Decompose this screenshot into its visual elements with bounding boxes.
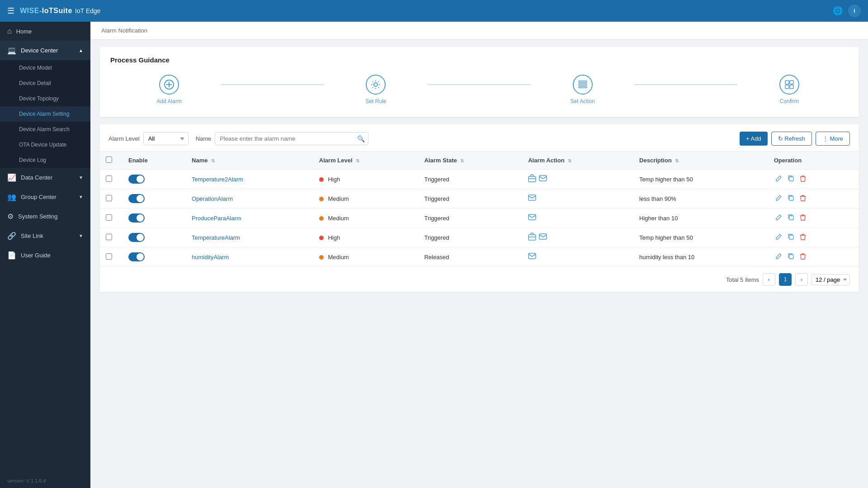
sidebar-item-device-alarm-setting[interactable]: Device Alarm Setting — [0, 106, 90, 122]
sidebar-item-label: Group Center — [21, 194, 74, 200]
page-1-button[interactable]: 1 — [779, 273, 792, 286]
alarm-level-select[interactable]: All High Medium Low — [143, 132, 189, 145]
confirm-label: Confirm — [780, 98, 799, 104]
menu-icon[interactable]: ☰ — [7, 6, 14, 16]
name-cell: ProduceParaAlarm — [185, 208, 313, 228]
th-alarm-state[interactable]: Alarm State ⇅ — [418, 152, 522, 170]
enable-toggle[interactable] — [128, 252, 145, 261]
sidebar-item-device-model[interactable]: Device Model — [0, 60, 90, 76]
sidebar-item-device-log[interactable]: Device Log — [0, 152, 90, 168]
enable-toggle[interactable] — [128, 213, 145, 223]
process-guidance-title: Process Guidance — [99, 56, 859, 71]
row-checkbox[interactable] — [106, 175, 112, 182]
th-name[interactable]: Name ⇅ — [185, 152, 313, 170]
description-cell: less than 90% — [633, 189, 768, 208]
sidebar-item-device-alarm-search[interactable]: Device Alarm Search — [0, 122, 90, 137]
th-description[interactable]: Description ⇅ — [633, 152, 768, 170]
chevron-down-icon: ▼ — [79, 194, 83, 199]
set-rule-icon — [366, 75, 386, 95]
enable-toggle[interactable] — [128, 194, 145, 203]
alarm-level-sort-icon: ⇅ — [356, 158, 359, 163]
email-action-icon[interactable] — [539, 233, 547, 242]
email-action-icon[interactable] — [528, 253, 536, 261]
row-checkbox[interactable] — [106, 253, 112, 260]
copy-button[interactable] — [786, 194, 796, 204]
sidebar-item-group-center[interactable]: 👥 Group Center ▼ — [0, 187, 90, 207]
set-action-icon — [573, 75, 593, 95]
sidebar-item-label: Device Center — [21, 47, 74, 54]
edit-button[interactable] — [774, 174, 783, 184]
sidebar-sub-label: OTA Device Update — [19, 142, 83, 148]
description-cell: humidity less than 10 — [633, 247, 768, 267]
set-action-label: Set Action — [571, 98, 595, 104]
sidebar-item-label: User Guide — [21, 252, 83, 259]
total-items: Total 5 items — [726, 276, 759, 283]
delete-button[interactable] — [798, 232, 807, 242]
sidebar-item-system-setting[interactable]: ⚙ System Setting — [0, 207, 90, 226]
prev-page-button[interactable]: ‹ — [763, 273, 775, 286]
name-cell: TemperatureAlarm — [185, 228, 313, 247]
svg-rect-6 — [579, 86, 587, 88]
level-dot — [319, 177, 324, 182]
sidebar-item-device-center[interactable]: 💻 Device Center ▲ — [0, 41, 90, 60]
sidebar-item-site-link[interactable]: 🔗 Site Link ▼ — [0, 226, 90, 246]
th-alarm-level[interactable]: Alarm Level ⇅ — [313, 152, 418, 170]
more-button[interactable]: ⋮ More — [816, 132, 850, 146]
row-checkbox[interactable] — [106, 195, 112, 201]
device-action-icon[interactable] — [528, 174, 536, 184]
sidebar-item-data-center[interactable]: 📈 Data Center ▼ — [0, 168, 90, 187]
enable-toggle[interactable] — [128, 233, 145, 242]
delete-button[interactable] — [798, 213, 807, 223]
email-action-icon[interactable] — [539, 175, 547, 183]
edit-button[interactable] — [774, 252, 783, 262]
operation-cell — [768, 189, 859, 208]
svg-point-3 — [374, 83, 377, 86]
delete-button[interactable] — [798, 252, 807, 262]
alarm-action-cell — [522, 228, 633, 247]
copy-button[interactable] — [786, 213, 796, 223]
pagination-bar: Total 5 items ‹ 1 › 12 / page 24 / page … — [99, 267, 859, 292]
sidebar-item-user-guide[interactable]: 📄 User Guide — [0, 246, 90, 265]
user-guide-icon: 📄 — [7, 251, 16, 260]
search-icon[interactable]: 🔍 — [357, 135, 365, 142]
enable-toggle[interactable] — [128, 175, 145, 184]
step-set-rule[interactable]: Set Rule — [324, 75, 428, 104]
sidebar-item-ota-device-update[interactable]: OTA Device Update — [0, 137, 90, 152]
edit-button[interactable] — [774, 232, 783, 242]
sidebar-item-device-topology[interactable]: Device Topology — [0, 91, 90, 106]
row-checkbox[interactable] — [106, 214, 112, 221]
step-set-action[interactable]: Set Action — [531, 75, 634, 104]
step-add-alarm[interactable]: Add Alarm — [118, 75, 221, 104]
row-checkbox[interactable] — [106, 234, 112, 240]
alarm-state-cell: Triggered — [418, 189, 522, 208]
copy-button[interactable] — [786, 174, 796, 184]
add-button[interactable]: + Add — [740, 132, 768, 146]
globe-icon[interactable]: 🌐 — [833, 6, 843, 16]
level-dot — [319, 197, 324, 201]
copy-button[interactable] — [786, 232, 796, 242]
sidebar-item-home[interactable]: ⌂ Home — [0, 22, 90, 41]
step-confirm[interactable]: Confirm — [737, 75, 841, 104]
per-page-select[interactable]: 12 / page 24 / page 48 / page — [811, 274, 850, 285]
edit-button[interactable] — [774, 213, 783, 223]
table-body: Temperature2Alarm High Triggered — [99, 170, 859, 267]
delete-button[interactable] — [798, 194, 807, 204]
email-action-icon[interactable] — [528, 214, 536, 222]
refresh-button[interactable]: ↻ Refresh — [771, 132, 812, 146]
name-search-input[interactable] — [215, 132, 368, 145]
user-avatar[interactable]: i — [848, 5, 861, 17]
device-center-icon: 💻 — [7, 46, 16, 55]
th-alarm-action[interactable]: Alarm Action ⇅ — [522, 152, 633, 170]
edit-button[interactable] — [774, 194, 783, 204]
filter-table-card: Alarm Level All High Medium Low Name 🔍 — [99, 124, 859, 292]
sidebar-version: version: V 1.1.6.4 — [0, 474, 90, 488]
svg-rect-18 — [789, 216, 793, 220]
copy-button[interactable] — [786, 252, 796, 262]
select-all-checkbox[interactable] — [106, 156, 112, 163]
sidebar-item-device-detail[interactable]: Device Detail — [0, 76, 90, 91]
alarm-level-cell: Medium — [313, 208, 418, 228]
email-action-icon[interactable] — [528, 194, 536, 203]
device-action-icon[interactable] — [528, 232, 536, 242]
next-page-button[interactable]: › — [795, 273, 808, 286]
delete-button[interactable] — [798, 174, 807, 184]
